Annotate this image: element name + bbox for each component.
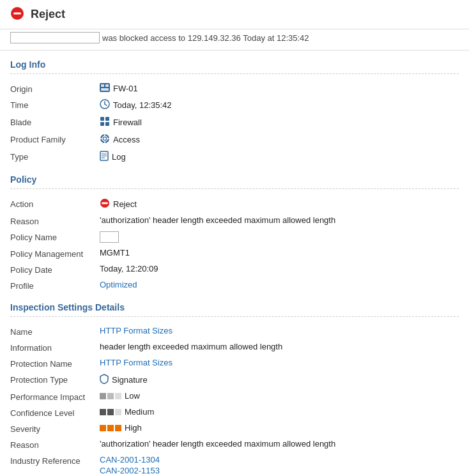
label-type: Type bbox=[10, 151, 100, 162]
protection-name-link[interactable]: HTTP Format Sizes bbox=[100, 358, 173, 367]
field-reason: Reason 'authorization' header length exc… bbox=[10, 213, 459, 229]
value-reason: 'authorization' header length exceeded m… bbox=[100, 215, 459, 225]
product-family-value: Access bbox=[113, 135, 140, 144]
svg-rect-12 bbox=[105, 122, 109, 126]
value-profile: Optimized bbox=[100, 280, 459, 289]
label-time: Time bbox=[10, 99, 100, 110]
field-inspection-name: Name HTTP Format Sizes bbox=[10, 323, 459, 339]
main-content: Log Info Origin FW-01 Time bbox=[0, 50, 469, 476]
value-protection-type: Signature bbox=[100, 374, 459, 386]
svg-rect-25 bbox=[102, 203, 108, 204]
svg-point-15 bbox=[104, 137, 106, 140]
svg-rect-1 bbox=[13, 13, 21, 15]
reject-icon bbox=[10, 6, 24, 22]
field-origin: Origin FW-01 bbox=[10, 81, 459, 96]
value-action: Reject bbox=[100, 198, 459, 210]
field-industry-reference: Industry Reference CAN-2001-1304 CAN-200… bbox=[10, 452, 459, 476]
label-origin: Origin bbox=[10, 83, 100, 94]
time-value: Today, 12:35:42 bbox=[113, 100, 172, 110]
policy-section-title: Policy bbox=[10, 165, 459, 189]
fw-icon bbox=[100, 83, 110, 94]
value-policy-management: MGMT1 bbox=[100, 248, 459, 257]
field-protection-name: Protection Name HTTP Format Sizes bbox=[10, 355, 459, 371]
field-protection-type: Protection Type Signature bbox=[10, 371, 459, 388]
label-inspection-name: Name bbox=[10, 326, 100, 337]
value-information: header length exceeded maximum allowed l… bbox=[100, 342, 459, 351]
clock-icon bbox=[100, 99, 110, 111]
value-inspection-name: HTTP Format Sizes bbox=[100, 326, 459, 335]
value-product-family: Access bbox=[100, 134, 459, 146]
header: Reject bbox=[0, 0, 469, 29]
field-action: Action Reject bbox=[10, 196, 459, 213]
field-confidence-level: Confidence Level Medium bbox=[10, 404, 459, 420]
label-industry-reference: Industry Reference bbox=[10, 455, 100, 466]
inspection-name-link[interactable]: HTTP Format Sizes bbox=[100, 326, 173, 335]
field-product-family: Product Family Access bbox=[10, 131, 459, 148]
confidence-level-value: Medium bbox=[125, 407, 154, 417]
field-inspection-reason: Reason 'authorization' header length exc… bbox=[10, 436, 459, 452]
subtitle-bar: was blocked access to 129.149.32.36 Toda… bbox=[0, 29, 469, 50]
subtitle-text: was blocked access to 129.149.32.36 Toda… bbox=[102, 33, 309, 43]
label-profile: Profile bbox=[10, 280, 100, 291]
field-profile: Profile Optimized bbox=[10, 277, 459, 293]
confidence-bar: Medium bbox=[100, 407, 154, 417]
industry-link-1[interactable]: CAN-2001-1304 bbox=[100, 455, 160, 464]
label-reason: Reason bbox=[10, 215, 100, 226]
value-origin: FW-01 bbox=[100, 83, 459, 94]
origin-value: FW-01 bbox=[113, 84, 138, 93]
log-info-section-title: Log Info bbox=[10, 50, 459, 74]
type-value: Log bbox=[112, 152, 126, 162]
value-time: Today, 12:35:42 bbox=[100, 99, 459, 111]
field-policy-name: Policy Name bbox=[10, 229, 459, 245]
field-type: Type Log bbox=[10, 148, 459, 165]
value-inspection-reason: 'authorization' header length exceeded m… bbox=[100, 439, 459, 449]
severity-bar: High bbox=[100, 423, 142, 433]
action-reject-icon bbox=[100, 198, 110, 210]
value-policy-date: Today, 12:20:09 bbox=[100, 264, 459, 273]
field-time: Time Today, 12:35:42 bbox=[10, 96, 459, 114]
profile-link[interactable]: Optimized bbox=[100, 280, 137, 289]
signature-icon bbox=[100, 374, 109, 386]
label-product-family: Product Family bbox=[10, 134, 100, 144]
inspection-section-title: Inspection Settings Details bbox=[10, 293, 459, 317]
label-confidence-level: Confidence Level bbox=[10, 407, 100, 418]
field-policy-management: Policy Management MGMT1 bbox=[10, 245, 459, 261]
label-protection-type: Protection Type bbox=[10, 374, 100, 385]
performance-impact-value: Low bbox=[125, 391, 140, 401]
field-information: Information header length exceeded maxim… bbox=[10, 339, 459, 355]
performance-bar: Low bbox=[100, 391, 140, 401]
policy-name-box bbox=[100, 231, 119, 243]
label-policy-name: Policy Name bbox=[10, 231, 100, 242]
subtitle-input[interactable] bbox=[10, 32, 100, 43]
svg-rect-11 bbox=[100, 122, 104, 126]
label-inspection-reason: Reason bbox=[10, 439, 100, 450]
label-information: Information bbox=[10, 342, 100, 353]
field-blade: Blade Firewall bbox=[10, 114, 459, 131]
industry-links: CAN-2001-1304 CAN-2002-1153 CVE-2001-085… bbox=[100, 455, 160, 476]
value-industry-reference: CAN-2001-1304 CAN-2002-1153 CVE-2001-085… bbox=[100, 455, 459, 476]
value-blade: Firewall bbox=[100, 116, 459, 128]
label-action: Action bbox=[10, 198, 100, 209]
value-performance-impact: Low bbox=[100, 391, 459, 401]
field-policy-date: Policy Date Today, 12:20:09 bbox=[10, 261, 459, 277]
label-policy-management: Policy Management bbox=[10, 248, 100, 259]
value-policy-name bbox=[100, 231, 459, 243]
label-blade: Blade bbox=[10, 116, 100, 127]
blade-icon bbox=[100, 116, 110, 128]
log-icon bbox=[100, 151, 109, 163]
label-policy-date: Policy Date bbox=[10, 264, 100, 275]
value-confidence-level: Medium bbox=[100, 407, 459, 417]
value-type: Log bbox=[100, 151, 459, 163]
field-severity: Severity High bbox=[10, 420, 459, 436]
action-value: Reject bbox=[113, 199, 137, 209]
page-title: Reject bbox=[31, 8, 65, 21]
value-protection-name: HTTP Format Sizes bbox=[100, 358, 459, 367]
label-severity: Severity bbox=[10, 423, 100, 434]
protection-type-value: Signature bbox=[112, 375, 148, 385]
value-severity: High bbox=[100, 423, 459, 433]
access-icon bbox=[100, 134, 110, 146]
svg-rect-5 bbox=[101, 88, 109, 91]
industry-link-2[interactable]: CAN-2002-1153 bbox=[100, 466, 160, 475]
blade-value: Firewall bbox=[113, 118, 142, 127]
severity-value: High bbox=[125, 423, 142, 433]
